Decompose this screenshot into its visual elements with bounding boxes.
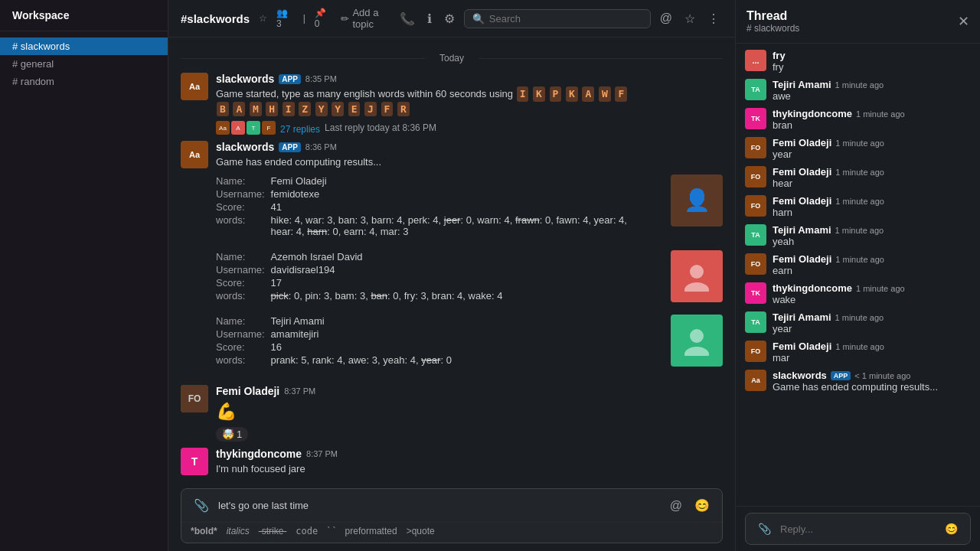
mention-icon[interactable]: @ (657, 8, 675, 28)
message-text: Game started, type as many english words… (216, 86, 723, 116)
message-group: Aa slackwords APP 8:35 PM Game started, … (181, 73, 723, 135)
letter-tag: I (517, 86, 529, 102)
letter-tag: Z (299, 102, 311, 117)
letter-tag: J (364, 102, 377, 117)
mention-button[interactable]: @ (667, 496, 685, 516)
thread-messages[interactable]: ... fry fry TA Tejiri Amami 1 minute ago… (736, 44, 980, 506)
gear-icon[interactable]: ⚙ (441, 8, 458, 29)
add-topic-link[interactable]: ✏ Add a topic (341, 7, 396, 30)
message-input-area: 📎 @ 😊 *bold* italics -strike- code ` ` p… (168, 482, 735, 551)
thread-header-left: Thread # slackwords (746, 9, 799, 34)
message-text: Game has ended computing results... (216, 155, 723, 170)
thread-message-author: Femi Oladeji (773, 137, 831, 148)
letter-tag: R (397, 102, 410, 117)
thread-reply-input-field[interactable] (780, 523, 936, 535)
svg-point-3 (684, 347, 709, 356)
strikethrough-word: harn (307, 226, 327, 237)
message-input-toolbar: *bold* italics -strike- code ` ` preform… (181, 522, 722, 543)
thread-emoji-button[interactable]: 😊 (942, 520, 961, 538)
info-icon[interactable]: ℹ (424, 8, 435, 29)
pin-count: | (303, 13, 305, 24)
letter-tag: F (615, 86, 627, 102)
letter-tag: H (266, 102, 278, 117)
sidebar-item-random[interactable]: # random (0, 73, 168, 90)
preformatted-button[interactable]: preformatted (342, 524, 400, 538)
thread-message: FO Femi Oladeji 1 minute ago mar (745, 341, 971, 364)
star-icon[interactable]: ☆ (259, 13, 267, 24)
channel-name: #slackwords (181, 12, 250, 25)
strikethrough-button[interactable]: -strike- (256, 524, 290, 538)
message-time: 8:37 PM (306, 449, 338, 458)
thread-message-author: Tejiri Amami (773, 224, 831, 236)
bold-button[interactable]: *bold* (188, 524, 220, 538)
thread-message: TA Tejiri Amami 1 minute ago yeah (745, 224, 971, 247)
thread-message: TA Tejiri Amami 1 minute ago awe (745, 79, 971, 102)
thread-message-header: Tejiri Amami 1 minute ago (773, 224, 971, 236)
message-time: 8:35 PM (305, 74, 337, 83)
thread-attachment-button[interactable]: 📎 (755, 520, 774, 538)
thread-close-button[interactable]: ✕ (958, 15, 969, 28)
thread-message-author: thykingdoncome (773, 282, 852, 294)
thread-app-badge: APP (831, 371, 851, 380)
thread-message-text: year (773, 148, 971, 160)
thread-message-time: 1 minute ago (856, 109, 905, 119)
letter-tag: K (566, 86, 578, 102)
thread-reply-input: 📎 😊 (736, 506, 980, 551)
emoji-button[interactable]: 😊 (691, 495, 713, 516)
starred-icon[interactable]: ☆ (681, 8, 698, 29)
search-bar[interactable]: 🔍 (464, 9, 651, 28)
score-table: Name:Femi Oladeji Username:femidotexe Sc… (216, 174, 658, 238)
avatar: Aa (181, 141, 208, 168)
message-author: slackwords (216, 141, 274, 153)
message-input[interactable] (218, 500, 661, 511)
avatar: Aa (181, 73, 208, 100)
message-author: thykingdoncome (216, 448, 302, 460)
thread-message: FO Femi Oladeji 1 minute ago harn (745, 195, 971, 218)
channel-meta: ☆ 👥 3 | 📌 0 ✏ Add a topic (259, 7, 397, 30)
score-table: Name:Tejiri Amami Username:amamitejiri S… (216, 315, 458, 367)
letter-tag: E (348, 102, 361, 117)
app-badge: APP (279, 142, 301, 152)
reply-count[interactable]: 27 replies (280, 124, 320, 135)
quote-button[interactable]: >quote (403, 524, 438, 538)
letter-tag: B (217, 102, 229, 117)
thread-message-time: 1 minute ago (835, 226, 884, 235)
italic-button[interactable]: italics (224, 524, 253, 538)
thread-avatar: FO (745, 166, 766, 187)
code-button[interactable]: code (292, 524, 321, 538)
last-reply-time: Last reply today at 8:36 PM (325, 122, 436, 133)
message-time: 8:36 PM (305, 142, 337, 152)
score-cards: Name:Femi Oladeji Username:femidotexe Sc… (216, 174, 723, 367)
score-card-info: Name:Azemoh Israel David Username:davidi… (216, 250, 658, 302)
call-icon[interactable]: 📞 (397, 8, 418, 29)
svg-point-0 (690, 265, 704, 279)
strikethrough-word: pick (271, 290, 289, 302)
more-icon[interactable]: ⋮ (704, 8, 723, 29)
thread-avatar: FO (745, 253, 766, 275)
sidebar-item-slackwords[interactable]: # slackwords (0, 37, 168, 55)
letter-tag: A (582, 86, 594, 102)
thread-message-time: 1 minute ago (835, 313, 884, 322)
sidebar-section: # slackwords # general # random (0, 31, 168, 96)
messages-container[interactable]: Today Aa slackwords APP 8:35 PM Game sta… (168, 37, 735, 482)
message-content: slackwords APP 8:35 PM Game started, typ… (216, 73, 723, 135)
inline-code-button[interactable]: ` ` (324, 524, 338, 538)
attachment-button[interactable]: 📎 (191, 495, 212, 516)
message-text: 💪 (216, 399, 723, 424)
message-author: slackwords (216, 73, 274, 85)
message-input-box: 📎 @ 😊 *bold* italics -strike- code ` ` p… (181, 488, 723, 543)
main-area: #slackwords ☆ 👥 3 | 📌 0 ✏ Add a topic 📞 … (168, 0, 735, 551)
letter-tag: W (599, 86, 611, 102)
reaction[interactable]: 🤯 1 (216, 427, 248, 442)
thread-message-time: 1 minute ago (835, 197, 884, 206)
sidebar-item-general[interactable]: # general (0, 55, 168, 73)
svg-point-2 (690, 329, 704, 343)
message-header: slackwords APP 8:35 PM (216, 73, 723, 85)
thread-message-time: 1 minute ago (856, 284, 905, 293)
search-input[interactable] (489, 13, 642, 24)
thread-message-header: thykingdoncome 1 minute ago (773, 282, 971, 294)
thread-message-time: 1 minute ago (835, 80, 884, 90)
thread-message-text: bran (773, 119, 971, 131)
thread-message-content: Femi Oladeji 1 minute ago hear (773, 166, 971, 189)
thread-message: FO Femi Oladeji 1 minute ago hear (745, 166, 971, 189)
